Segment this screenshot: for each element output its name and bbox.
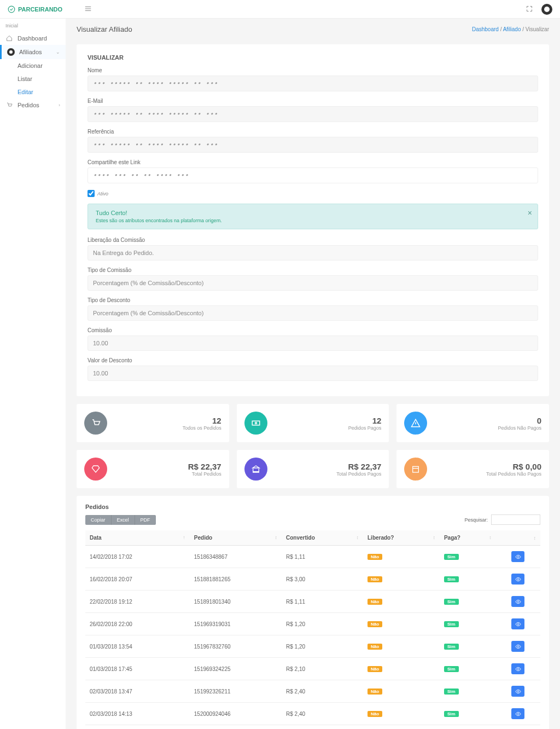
table-row: 16/02/2018 20:07151881881265R$ 3,00NãoSi… [85,568,540,591]
stat-todos-pedidos: 12Todos os Pedidos [77,404,229,442]
cart-icon [84,412,107,435]
view-row-button[interactable] [511,596,524,607]
calendar-icon [404,458,427,481]
sidebar-item-dashboard[interactable]: Dashboard [0,32,66,45]
svg-point-0 [8,6,15,13]
table-row: 02/03/2018 17:31151993714234R$ 3,22NãoSi… [85,725,540,730]
nome-label: Nome [88,67,538,73]
topbar: Visualizar Afiliado Dashboard / Afiliado… [66,19,560,39]
table-row: 14/02/2018 17:0215186348867R$ 1,11NãoSim [85,546,540,568]
home-icon [5,35,13,42]
cell-data: 14/02/2018 17:02 [85,546,190,568]
cell-pedido: 151891801340 [190,591,282,613]
user-avatar[interactable] [541,4,552,15]
cell-pedido: 151993714234 [190,725,282,730]
logo-icon [8,5,15,13]
alert-sub: Estes são os atributos encontrados na pl… [96,218,530,223]
sidebar-subitem-adicionar[interactable]: Adicionar [0,59,66,72]
valdesc-field: 10.00 [88,366,538,381]
stat-pedidos-pagos: 12Pedidos Pagos [237,404,389,442]
sidebar-item-afiliados[interactable]: Afiliados ⌄ [0,45,66,59]
ativo-label: Ativo [97,191,108,196]
export-pdf[interactable]: PDF [135,515,156,525]
page-title: Visualizar Afiliado [77,25,132,33]
cell-conv: R$ 1,11 [282,591,363,613]
success-alert: Tudo Certo! Estes são os atributos encon… [88,204,538,229]
cell-lib: Não [363,725,440,730]
col-pedido[interactable]: Pedido↕ [190,530,282,546]
sidebar-section-label: Inicial [0,19,66,32]
search-label: Pesquisar: [464,517,488,523]
cell-pedido: 152000924046 [190,703,282,725]
money-icon [244,412,267,435]
alert-close-icon[interactable]: × [528,209,532,217]
warning-icon [404,412,427,435]
cell-data: 01/03/2018 17:45 [85,658,190,680]
stats-row-1: 12Todos os Pedidos 12Pedidos Pagos 0Pedi… [77,404,549,442]
col-data[interactable]: Data↑ [85,530,190,546]
view-row-button[interactable] [511,641,524,652]
cell-lib: Não [363,613,440,635]
col-liberado[interactable]: Liberado?↕ [363,530,440,546]
nome-field: ••• ••••• •• •••• ••••• •• ••• [88,76,538,91]
export-copiar[interactable]: Copiar [85,515,111,525]
ref-field: ••• ••••• •• •••• ••••• •• ••• [88,137,538,153]
sidebar-subitem-listar[interactable]: Listar [0,72,66,85]
view-row-button[interactable] [511,574,524,585]
sidebar-subitem-editar[interactable]: Editar [0,85,66,99]
cell-pedido: 151992326211 [190,680,282,703]
svg-point-13 [517,713,519,715]
view-row-button[interactable] [511,551,524,562]
sidebar-item-pedidos[interactable]: Pedidos › [0,99,66,112]
svg-point-6 [517,556,519,558]
view-row-button[interactable] [511,618,524,629]
search-input[interactable] [491,514,540,525]
stat-total-pedidos-nao-pagos: R$ 0,00Total Pedidos Não Pagos [396,450,549,488]
lib-label: Liberação da Comissão [88,237,538,243]
menu-toggle-icon[interactable] [84,5,92,14]
breadcrumb-dashboard[interactable]: Dashboard [472,26,499,32]
breadcrumb-afiliado[interactable]: Afiliado [503,26,521,32]
cell-lib: Não [363,568,440,591]
cell-pedido: 151969319031 [190,613,282,635]
alert-title: Tudo Certo! [96,210,530,216]
cell-data: 16/02/2018 20:07 [85,568,190,591]
cell-lib: Não [363,703,440,725]
ativo-checkbox[interactable] [88,190,95,197]
cell-data: 02/03/2018 13:47 [85,680,190,703]
view-row-button[interactable] [511,663,524,674]
stats-row-2: R$ 22,37Total Pedidos R$ 22,37Total Pedi… [77,450,549,488]
sidebar: Inicial Dashboard Afiliados ⌄ Adicionar … [0,19,66,729]
cell-paga: Sim [440,703,496,725]
share-field[interactable]: •••• ••• •• •• •••• ••• [88,167,538,183]
tipodesc-field: Porcentagem (% de Comissão/Desconto) [88,305,538,321]
view-row-button[interactable] [511,686,524,697]
tipocom-label: Tipo de Comissão [88,267,538,273]
header-right [526,4,552,15]
pedidos-table: Data↑ Pedido↕ Convertido↕ Liberado?↕ Pag… [85,530,540,729]
comissao-label: Comissão [88,327,538,333]
svg-point-10 [517,646,519,647]
fullscreen-icon[interactable] [526,5,533,13]
user-icon [7,48,15,56]
cell-data: 02/03/2018 17:31 [85,725,190,730]
card-title: VISUALIZAR [88,54,538,61]
logo[interactable]: PARCEIRANDO [8,5,62,13]
cell-conv: R$ 3,00 [282,568,363,591]
sidebar-item-label: Afiliados [19,49,42,55]
col-convertido[interactable]: Convertido↕ [282,530,363,546]
main: Visualizar Afiliado Dashboard / Afiliado… [66,19,560,729]
cell-lib: Não [363,658,440,680]
view-row-button[interactable] [511,708,524,719]
top-header: PARCEIRANDO [0,0,560,19]
col-paga[interactable]: Paga?↕ [440,530,496,546]
email-label: E-Mail [88,98,538,104]
cell-lib: Não [363,635,440,658]
export-excel[interactable]: Excel [111,515,135,525]
table-row: 01/03/2018 13:54151967832760R$ 1,20NãoSi… [85,635,540,658]
svg-point-9 [517,623,519,625]
search-wrap: Pesquisar: [464,514,540,525]
bank-icon [244,458,267,481]
cell-lib: Não [363,591,440,613]
table-title: Pedidos [85,504,540,510]
